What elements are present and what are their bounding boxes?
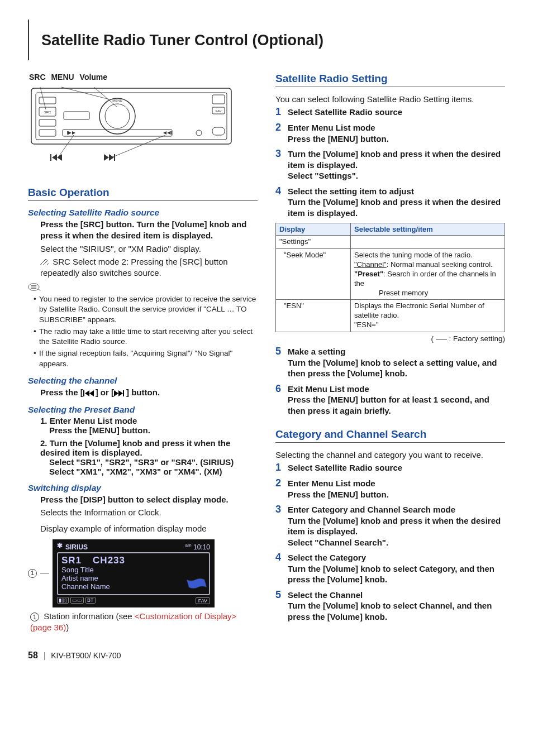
srs-step-5: 5 Make a setting Turn the [Volume] knob …: [275, 346, 505, 379]
note-icon: [28, 282, 258, 294]
svg-marker-39: [85, 390, 89, 396]
ccs-intro: Selecting the channel and category you w…: [275, 449, 505, 461]
srs-intro: You can select following Satellite Radio…: [275, 94, 505, 105]
ccs-step-2: 2 Enter Menu List mode Press the [MENU] …: [275, 478, 505, 500]
svg-marker-15: [167, 131, 170, 135]
ccs-step-3: 3 Enter Category and Channel Search mode…: [275, 504, 505, 548]
svg-rect-22: [64, 112, 89, 119]
display-artist: Artist name: [61, 575, 206, 583]
display-band: SR1: [61, 555, 82, 566]
svg-rect-1: [36, 93, 227, 140]
svg-marker-14: [163, 131, 166, 135]
page-title: Satellite Radio Tuner Control (Optional): [41, 20, 505, 60]
display-channel: CH233: [93, 555, 125, 566]
note-item: You need to register to the service prov…: [34, 294, 258, 325]
svg-line-25: [94, 87, 117, 107]
note-item: If the signal reception fails, "Acquirin…: [34, 348, 258, 369]
source-notes-list: You need to register to the service prov…: [28, 294, 258, 369]
preset-step-2: 2. Turn the [Volume] knob and press it w…: [40, 438, 258, 476]
display-mockup: SIRIUS am 10:10 SR1 CH233 Song Title Art…: [53, 539, 215, 607]
svg-marker-12: [72, 131, 75, 135]
svg-text:FAV: FAV: [216, 109, 222, 113]
svg-line-26: [58, 135, 74, 157]
svg-point-3: [105, 104, 130, 128]
page-footer: 58 | KIV-BT900/ KIV-700: [28, 650, 505, 661]
svg-rect-33: [114, 154, 115, 161]
src-select-mode2: SRC Select mode 2: Pressing the [SRC] bu…: [40, 256, 258, 279]
display-channel-name: Channel Name: [61, 583, 206, 591]
svg-line-27: [112, 135, 165, 157]
svg-marker-32: [109, 154, 114, 161]
svg-marker-40: [89, 390, 94, 396]
display-example-row: 1 SIRIUS am 10:10 SR1 CH233 Song Title: [28, 536, 258, 611]
srs-step-1: 1 Select Satellite Radio source: [275, 107, 505, 118]
two-column-layout: SRC MENU Volume MENU SRC: [28, 73, 505, 635]
svg-rect-10: [63, 130, 172, 136]
svg-rect-13: [67, 131, 68, 135]
next-track-icon: [114, 390, 126, 396]
ccs-step-5: 5 Select the Channel Turn the [Volume] k…: [275, 590, 505, 623]
svg-rect-5: [39, 97, 56, 104]
svg-text:MENU: MENU: [112, 99, 122, 102]
svg-rect-43: [123, 390, 124, 396]
td-settings: "Settings": [276, 236, 351, 249]
td-esn: "ESN": [276, 300, 351, 332]
selecting-preset-heading: Selecting the Preset Band: [28, 405, 258, 415]
flag-icon: [185, 577, 209, 593]
td-esn-desc: Displays the Electronic Serial Number of…: [351, 300, 505, 332]
selecting-channel-text: Press the [] or [] button.: [28, 387, 258, 398]
callout-number: 1: [28, 569, 37, 578]
footer-separator: |: [44, 651, 46, 660]
svg-rect-9: [39, 130, 56, 136]
svg-rect-38: [83, 390, 84, 396]
svg-text:SRC: SRC: [44, 111, 51, 114]
basic-operation-heading: Basic Operation: [28, 186, 258, 201]
svg-marker-42: [118, 390, 123, 396]
category-channel-search-heading: Category and Channel Search: [275, 428, 505, 443]
svg-point-21: [196, 130, 202, 136]
svg-rect-17: [212, 95, 225, 104]
callout-leader-line: [40, 573, 49, 573]
td-seek-desc: Selects the tuning mode of the radio. "C…: [351, 248, 505, 299]
ccs-step-1: 1 Select Satellite Radio source: [275, 462, 505, 473]
selecting-channel-heading: Selecting the channel: [28, 376, 258, 386]
svg-rect-0: [31, 88, 231, 144]
th-display: Display: [276, 223, 351, 236]
svg-line-23: [40, 87, 46, 109]
switch-display-instruction: Press the [DISP] button to select displa…: [40, 494, 258, 505]
selecting-source-heading: Selecting Satellite Radio source: [28, 208, 258, 218]
display-brand: SIRIUS: [57, 543, 88, 551]
svg-line-24: [61, 87, 110, 99]
th-setting: Selectable setting/item: [351, 223, 505, 236]
td-seek-mode: "Seek Mode": [276, 248, 351, 299]
satellite-radio-setting-heading: Satellite Radio Setting: [275, 73, 505, 87]
svg-marker-31: [104, 154, 109, 161]
callout-description: 1 Station information (see <Customizatio…: [28, 611, 258, 634]
settings-table: Display Selectable setting/item "Setting…: [275, 223, 505, 332]
note-item: The radio may take a little time to star…: [34, 327, 258, 347]
label-menu: MENU: [51, 73, 74, 82]
svg-rect-8: [39, 119, 56, 126]
svg-rect-28: [50, 154, 51, 161]
ccs-step-4: 4 Select the Category Turn the [Volume] …: [275, 552, 505, 585]
display-example-caption: Display example of information display m…: [40, 523, 258, 534]
prev-track-icon: [83, 390, 96, 396]
display-song: Song Title: [61, 566, 206, 575]
label-volume: Volume: [80, 73, 108, 82]
page-number: 58: [28, 650, 38, 660]
label-src: SRC: [29, 73, 46, 82]
svg-marker-41: [114, 390, 118, 396]
srs-step-3: 3 Turn the [Volume] knob and press it wh…: [275, 149, 505, 181]
srs-step-2: 2 Enter Menu List mode Press the [MENU] …: [275, 122, 505, 144]
display-status-icons: ▮▯▯▭▭BT: [57, 597, 97, 604]
svg-rect-20: [212, 127, 225, 135]
display-time: am 10:10: [185, 543, 211, 551]
selecting-source-note: Select the "SIRIUS", or "XM Radio" displ…: [40, 243, 258, 255]
control-label-row: SRC MENU Volume: [28, 73, 258, 82]
srs-step-6: 6 Exit Menu List mode Press the [MENU] b…: [275, 384, 505, 417]
display-fav-badge: FAV: [196, 597, 210, 604]
switching-display-heading: Switching display: [28, 483, 258, 493]
srs-step-4: 4 Select the setting item to adjust Turn…: [275, 186, 505, 219]
page-title-container: Satellite Radio Tuner Control (Optional): [28, 20, 505, 60]
pen-icon: [40, 257, 49, 264]
